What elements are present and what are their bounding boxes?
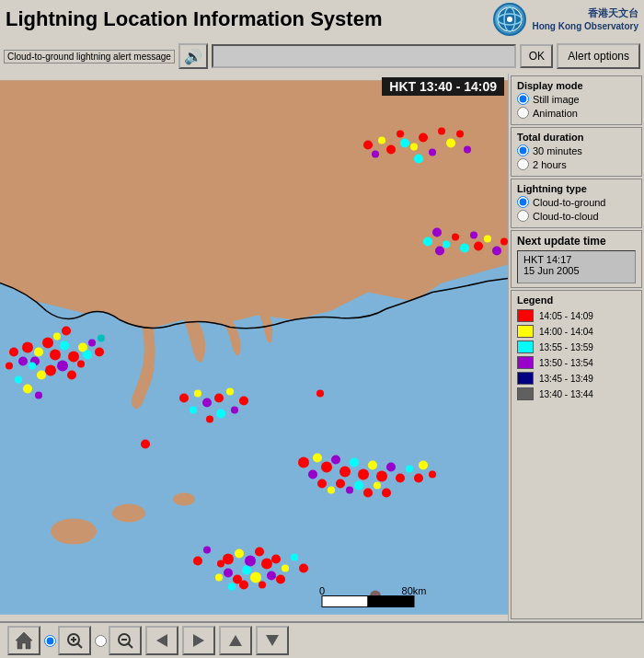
pan-right-button[interactable] (182, 626, 215, 655)
svg-point-46 (67, 371, 76, 380)
legend-item: 13:55 - 13:59 (517, 341, 636, 353)
pan-up-button[interactable] (219, 626, 252, 655)
svg-point-84 (406, 466, 413, 473)
next-update-title: Next update time (517, 235, 636, 248)
svg-point-74 (313, 454, 322, 463)
logo-text: 香港天文台 Hong Kong Observatory (532, 6, 638, 31)
svg-point-115 (291, 554, 298, 561)
svg-text:80km: 80km (402, 585, 427, 596)
svg-point-49 (29, 363, 36, 370)
svg-point-10 (386, 251, 442, 279)
svg-point-121 (316, 390, 324, 398)
legend-color-box (517, 356, 534, 369)
svg-point-103 (250, 572, 261, 583)
svg-point-77 (339, 467, 351, 478)
still-image-radio[interactable] (517, 93, 529, 105)
svg-point-106 (217, 560, 224, 568)
total-duration-section: Total duration 30 minutes 2 hours (511, 127, 642, 177)
legend-time-range: 14:00 - 14:04 (539, 327, 593, 337)
svg-point-38 (34, 348, 43, 357)
svg-point-34 (484, 236, 491, 243)
svg-point-67 (214, 394, 224, 403)
legend-time-range: 13:45 - 13:49 (539, 374, 593, 384)
svg-point-65 (202, 398, 212, 408)
svg-point-14 (386, 145, 396, 155)
svg-point-82 (386, 463, 396, 472)
svg-point-28 (443, 241, 450, 248)
pan-left-button[interactable] (145, 626, 178, 655)
svg-point-60 (23, 385, 32, 394)
svg-point-95 (419, 461, 428, 470)
home-button[interactable] (7, 626, 40, 655)
2hours-radio[interactable] (517, 158, 529, 170)
pan-down-button[interactable] (256, 626, 289, 655)
svg-point-42 (60, 341, 69, 351)
svg-point-57 (62, 327, 71, 336)
time-label: HKT 13:40 - 14:09 (382, 77, 504, 96)
legend-items: 14:05 - 14:0914:00 - 14:0413:55 - 13:591… (517, 309, 636, 400)
alert-options-button[interactable]: Alert options (557, 43, 640, 69)
display-mode-title: Display mode (517, 80, 636, 91)
speaker-icon[interactable]: 🔊 (178, 43, 208, 69)
next-update-value: HKT 14:17 15 Jun 2005 (517, 250, 636, 283)
svg-point-37 (22, 342, 33, 353)
svg-point-58 (6, 363, 13, 370)
svg-marker-134 (156, 634, 167, 647)
svg-point-41 (50, 350, 61, 361)
svg-point-76 (331, 456, 340, 465)
svg-point-98 (235, 549, 244, 559)
cloud-ground-radio[interactable] (517, 196, 529, 208)
svg-point-78 (350, 458, 359, 468)
svg-point-90 (346, 487, 353, 494)
type-cloud-ground[interactable]: Cloud-to-ground (517, 196, 636, 208)
svg-point-7 (51, 519, 97, 545)
legend-item: 14:05 - 14:09 (517, 309, 636, 322)
legend-color-box (517, 309, 534, 322)
zoom-out-button[interactable] (109, 626, 142, 655)
svg-point-9 (173, 493, 195, 506)
svg-point-23 (446, 139, 455, 148)
svg-point-43 (68, 352, 79, 363)
svg-point-119 (141, 440, 150, 449)
svg-point-116 (299, 564, 308, 573)
ok-button[interactable]: OK (520, 44, 553, 68)
svg-point-85 (414, 474, 423, 483)
lightning-type-section: Lightning type Cloud-to-ground Cloud-to-… (511, 179, 642, 228)
svg-point-100 (255, 548, 264, 557)
svg-point-25 (464, 146, 471, 154)
zoom-out-radio[interactable] (95, 635, 107, 647)
svg-point-89 (336, 479, 345, 489)
svg-point-33 (474, 242, 483, 251)
svg-point-47 (45, 365, 56, 376)
page-title: Lightning Location Information System (6, 7, 382, 31)
svg-point-56 (53, 333, 61, 341)
logo-icon (493, 3, 526, 36)
legend-color-box (517, 341, 534, 353)
legend-item: 13:50 - 13:54 (517, 356, 636, 369)
svg-point-20 (429, 149, 436, 156)
svg-point-69 (239, 397, 248, 406)
legend-color-box (517, 387, 534, 400)
svg-point-71 (216, 410, 225, 419)
animation-radio[interactable] (517, 107, 529, 119)
display-mode-animation[interactable]: Animation (517, 107, 636, 119)
zoom-in-radio[interactable] (44, 635, 56, 647)
legend-item: 13:45 - 13:49 (517, 372, 636, 385)
type-cloud-cloud[interactable]: Cloud-to-cloud (517, 210, 636, 222)
svg-point-113 (215, 574, 223, 582)
svg-point-96 (429, 471, 436, 479)
display-mode-still[interactable]: Still image (517, 93, 636, 105)
svg-point-55 (95, 348, 104, 357)
svg-text:0: 0 (319, 585, 325, 596)
svg-point-87 (317, 479, 327, 489)
svg-point-36 (500, 238, 508, 246)
duration-30min[interactable]: 30 minutes (517, 144, 636, 156)
30min-radio[interactable] (517, 144, 529, 156)
zoom-in-button[interactable] (58, 626, 91, 655)
svg-point-112 (228, 583, 236, 591)
cloud-cloud-radio[interactable] (517, 210, 529, 222)
svg-point-16 (400, 139, 409, 148)
svg-point-48 (37, 371, 46, 380)
duration-2hours[interactable]: 2 hours (517, 158, 636, 170)
svg-marker-135 (193, 634, 204, 647)
